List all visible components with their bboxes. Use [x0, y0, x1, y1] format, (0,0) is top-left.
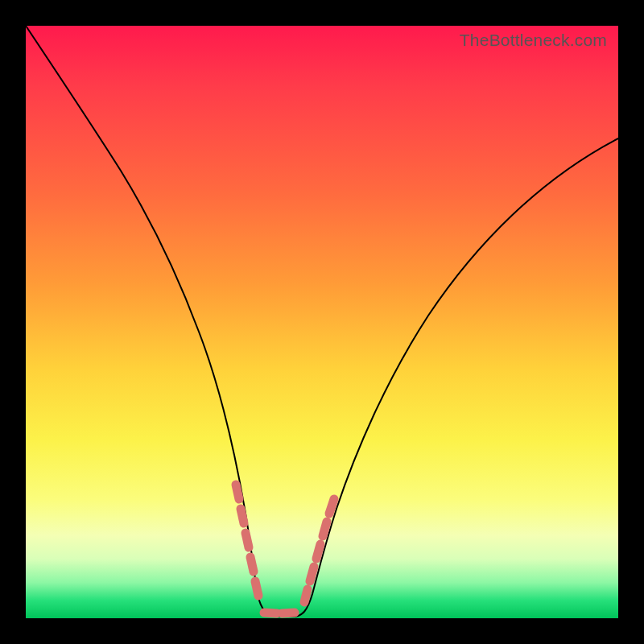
plot-area: TheBottleneck.com	[26, 26, 618, 618]
highlight-dashes	[236, 485, 334, 613]
chart-frame: TheBottleneck.com	[0, 0, 644, 644]
svg-line-6	[282, 613, 295, 613]
svg-line-10	[323, 522, 327, 536]
bottleneck-curve	[26, 26, 618, 618]
svg-line-0	[236, 485, 239, 499]
svg-line-4	[255, 581, 258, 596]
svg-line-1	[241, 509, 244, 523]
svg-line-3	[250, 557, 254, 572]
svg-line-8	[310, 567, 314, 581]
svg-line-9	[316, 544, 320, 559]
svg-line-2	[246, 533, 249, 547]
svg-line-5	[264, 613, 277, 613]
svg-line-7	[304, 589, 308, 602]
svg-line-11	[329, 499, 334, 514]
